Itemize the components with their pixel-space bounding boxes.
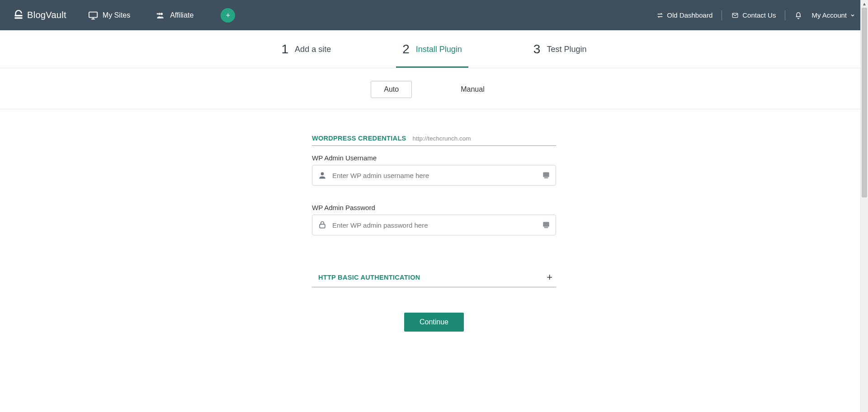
password-input-wrap [312, 215, 556, 235]
svg-rect-7 [543, 172, 549, 177]
nav-affiliate[interactable]: Affiliate [156, 11, 193, 20]
group-add-icon [156, 11, 165, 20]
nav-my-sites[interactable]: My Sites [88, 10, 130, 20]
scrollbar-thumb[interactable] [862, 8, 867, 197]
vertical-scrollbar[interactable]: ▲ [860, 0, 868, 332]
step-label: Test Plugin [547, 45, 586, 54]
credentials-card: WORDPRESS CREDENTIALS http://techcrunch.… [312, 135, 556, 287]
plus-icon: + [226, 11, 230, 19]
chevron-down-icon [850, 13, 855, 18]
password-label: WP Admin Password [312, 204, 556, 211]
notifications-button[interactable] [794, 11, 802, 19]
svg-point-4 [158, 13, 160, 15]
lock-icon [318, 220, 327, 229]
mode-auto[interactable]: Auto [371, 81, 412, 98]
mode-manual-label: Manual [461, 85, 484, 93]
svg-rect-2 [89, 12, 97, 17]
continue-button[interactable]: Continue [404, 313, 464, 332]
step-label: Install Plugin [416, 45, 462, 54]
svg-point-6 [321, 172, 324, 175]
steps-bar: 1 Add a site 2 Install Plugin 3 Test Plu… [0, 30, 868, 68]
step-number: 1 [282, 42, 289, 56]
site-url: http://techcrunch.com [413, 135, 471, 142]
my-account-menu[interactable]: My Account [811, 11, 855, 19]
username-input-wrap [312, 165, 556, 186]
svg-rect-0 [14, 14, 22, 16]
brand-name: BlogVault [27, 10, 66, 20]
autofill-icon[interactable] [542, 221, 550, 229]
header-right: Old Dashboard Contact Us My Account [656, 10, 855, 20]
password-field: WP Admin Password [312, 204, 556, 235]
add-site-button[interactable]: + [221, 8, 235, 23]
nav-affiliate-label: Affiliate [170, 11, 193, 19]
expand-plus-icon: + [547, 272, 556, 283]
person-icon [318, 171, 327, 180]
continue-label: Continue [420, 318, 448, 326]
credentials-title: WORDPRESS CREDENTIALS [312, 135, 406, 142]
install-mode-toggle: Auto Manual [0, 68, 868, 109]
my-account-label: My Account [811, 11, 847, 19]
svg-rect-8 [544, 178, 548, 178]
step-test-plugin[interactable]: 3 Test Plugin [527, 30, 593, 68]
continue-wrap: Continue [0, 313, 868, 332]
scroll-up-arrow-icon[interactable]: ▲ [861, 0, 868, 8]
mode-auto-label: Auto [384, 85, 399, 93]
logo[interactable]: BlogVault [13, 9, 66, 21]
nav-my-sites-label: My Sites [103, 11, 130, 19]
old-dashboard-label: Old Dashboard [667, 11, 712, 19]
credentials-header: WORDPRESS CREDENTIALS http://techcrunch.… [312, 135, 556, 146]
divider [785, 10, 785, 20]
step-label: Add a site [295, 45, 331, 54]
lock-logo-icon [13, 9, 24, 21]
step-install-plugin[interactable]: 2 Install Plugin [396, 30, 468, 68]
svg-rect-11 [544, 227, 548, 228]
http-auth-expander[interactable]: HTTP BASIC AUTHENTICATION + [312, 272, 556, 287]
http-auth-title: HTTP BASIC AUTHENTICATION [312, 274, 420, 281]
bell-icon [794, 11, 802, 19]
step-number: 3 [533, 42, 541, 56]
username-label: WP Admin Username [312, 154, 556, 162]
contact-us-link[interactable]: Contact Us [731, 11, 776, 19]
step-number: 2 [402, 42, 410, 56]
wp-username-input[interactable] [327, 172, 542, 179]
contact-us-label: Contact Us [742, 11, 776, 19]
monitor-icon [88, 10, 98, 20]
old-dashboard-link[interactable]: Old Dashboard [656, 11, 712, 19]
svg-rect-9 [320, 224, 325, 228]
svg-rect-1 [14, 17, 22, 19]
svg-rect-10 [543, 222, 549, 227]
divider [722, 10, 722, 20]
mail-icon [731, 12, 739, 19]
wp-password-input[interactable] [327, 221, 542, 229]
step-add-site[interactable]: 1 Add a site [275, 30, 338, 68]
username-field: WP Admin Username [312, 154, 556, 186]
mode-manual[interactable]: Manual [448, 81, 497, 98]
svg-point-3 [160, 13, 163, 15]
top-header: BlogVault My Sites Affiliate + [0, 0, 868, 30]
autofill-icon[interactable] [542, 171, 550, 179]
swap-icon [656, 12, 664, 19]
